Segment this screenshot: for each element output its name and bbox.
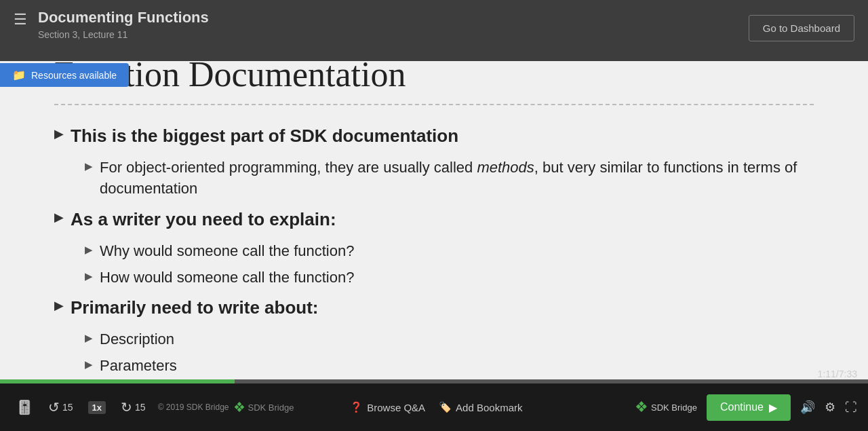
add-bookmark-label: Add Bookmark — [456, 402, 522, 413]
sdk-bridge-logo-right: ❖ SDK Bridge — [635, 398, 697, 416]
speed-button[interactable]: 1x — [83, 398, 111, 417]
bullet-text-sub3b: Parameters — [100, 356, 177, 377]
bullet-arrow: ▶ — [54, 126, 64, 141]
copyright-text: © 2019 SDK Bridge — [158, 402, 229, 412]
continue-button[interactable]: Continue ▶ — [707, 394, 791, 421]
bullet-l1-2: ▶ As a writer you need to explain: — [54, 208, 814, 231]
time-display: 1:11/7:33 — [818, 369, 857, 379]
bullet-arrow-sub3a: ▶ — [85, 332, 93, 344]
rewind-button[interactable]: ↺ 15 — [43, 396, 79, 418]
bullet-text-sub2b: How would someone call the function? — [100, 267, 354, 288]
bullet-l2-3a: ▶ Description — [54, 329, 814, 350]
browse-qa-button[interactable]: ❓ Browse Q&A — [350, 401, 425, 413]
bookmark-icon: 🏷️ — [439, 401, 452, 413]
bullet-text-3: Primarily need to write about: — [71, 296, 319, 320]
sdk-logo-right: ❖ — [635, 398, 648, 416]
sdk-text-right: SDK Bridge — [651, 402, 697, 413]
right-controls: ❖ SDK Bridge Continue ▶ 🔊 ⚙ ⛶ — [635, 394, 857, 421]
add-bookmark-button[interactable]: 🏷️ Add Bookmark — [439, 401, 522, 413]
volume-icon[interactable]: 🔊 — [800, 400, 815, 415]
bullet-arrow-3: ▶ — [54, 298, 64, 313]
bullet-l2-3b: ▶ Parameters — [54, 356, 814, 377]
sdk-logo-icon: ❖ — [233, 399, 245, 415]
equalizer-icon: 🎚️ — [16, 399, 33, 415]
bullet-text: This is the biggest part of SDK document… — [71, 124, 458, 148]
bullet-arrow-sub2b: ▶ — [85, 270, 93, 282]
bullet-l2-2a: ▶ Why would someone call the function? — [54, 241, 814, 262]
bullet-arrow-2: ▶ — [54, 210, 64, 225]
left-controls: 🎚️ ↺ 15 1x ↻ 15 © 2019 SDK Bridge ❖ SDK … — [11, 396, 294, 418]
resources-label: Resources available — [31, 70, 117, 81]
bullet-l2-1: ▶ For object-oriented programming, they … — [54, 157, 814, 200]
forward-button[interactable]: ↻ 15 — [115, 396, 151, 418]
bullet-arrow-sub2a: ▶ — [85, 244, 93, 256]
bullet-arrow-sub: ▶ — [85, 160, 93, 172]
menu-icon[interactable]: ☰ — [14, 11, 27, 29]
bullet-l1-1: ▶ This is the biggest part of SDK docume… — [54, 124, 814, 148]
resources-icon: 📁 — [12, 69, 26, 81]
bullet-text-2: As a writer you need to explain: — [71, 208, 336, 231]
settings-icon[interactable]: ⚙ — [825, 400, 835, 415]
bullet-text-sub3a: Description — [100, 329, 174, 350]
bottom-bar: 🎚️ ↺ 15 1x ↻ 15 © 2019 SDK Bridge ❖ SDK … — [0, 383, 868, 431]
resources-badge[interactable]: 📁 Resources available — [0, 63, 129, 87]
bullet-l1-3: ▶ Primarily need to write about: — [54, 296, 814, 320]
bullet-l2-2b: ▶ How would someone call the function? — [54, 267, 814, 288]
settings-toggle-button[interactable]: 🎚️ — [11, 396, 39, 418]
qa-icon: ❓ — [350, 401, 363, 413]
sdk-bridge-logo: ❖ SDK Bridge — [233, 399, 294, 415]
subtitle: Section 3, Lecture 11 — [38, 29, 209, 40]
forward-icon: ↻ — [121, 399, 132, 415]
speed-badge: 1x — [88, 401, 106, 414]
center-controls: ❓ Browse Q&A 🏷️ Add Bookmark — [350, 401, 522, 413]
slide-content: ▶ This is the biggest part of SDK docume… — [54, 124, 814, 409]
bullet-arrow-sub3b: ▶ — [85, 358, 93, 371]
rewind-icon: ↺ — [48, 399, 60, 415]
rewind-label: 15 — [62, 402, 73, 413]
sdk-bridge-name: SDK Bridge — [248, 402, 294, 413]
title-block: Documenting Functions Section 3, Lecture… — [38, 8, 209, 40]
continue-arrow-icon: ▶ — [769, 401, 777, 414]
browse-qa-label: Browse Q&A — [367, 402, 425, 413]
top-bar: ☰ Documenting Functions Section 3, Lectu… — [0, 0, 868, 61]
forward-label: 15 — [135, 402, 146, 413]
page-title: Documenting Functions — [38, 8, 209, 28]
fullscreen-icon[interactable]: ⛶ — [845, 400, 857, 415]
bullet-text-sub2a: Why would someone call the function? — [100, 241, 354, 262]
go-to-dashboard-button[interactable]: Go to Dashboard — [749, 15, 854, 41]
bullet-text-sub: For object-oriented programming, they ar… — [100, 157, 814, 200]
continue-label: Continue — [720, 401, 764, 413]
slide-title: Function Documentation — [54, 54, 814, 105]
